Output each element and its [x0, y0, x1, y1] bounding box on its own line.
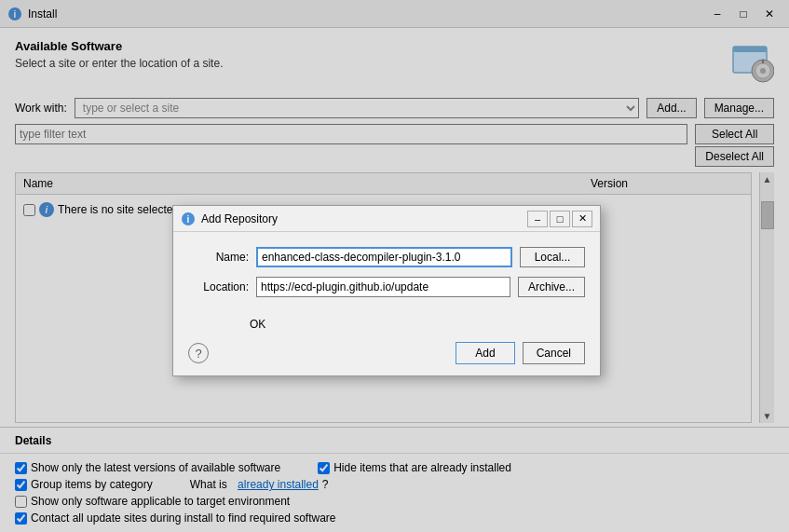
dialog-footer-buttons: Add Cancel [456, 342, 585, 364]
dialog-cancel-button[interactable]: Cancel [523, 342, 585, 364]
ok-text-row: OK [173, 314, 600, 334]
location-label: Location: [188, 280, 249, 293]
local-button[interactable]: Local... [520, 247, 585, 267]
help-icon[interactable]: ? [188, 343, 209, 363]
archive-button[interactable]: Archive... [518, 277, 585, 297]
dialog-title-controls: – □ ✕ [527, 211, 592, 227]
dialog-minimize-button[interactable]: – [527, 211, 548, 227]
dialog-close-button[interactable]: ✕ [572, 211, 592, 227]
dialog-app-icon: i [181, 211, 196, 226]
name-label: Name: [188, 251, 249, 264]
dialog-titlebar: i Add Repository – □ ✕ [173, 206, 600, 232]
location-row: Location: Archive... [188, 277, 585, 297]
ok-text: OK [250, 318, 265, 331]
dialog-body: Name: Local... Location: Archive... [173, 232, 600, 314]
dialog-maximize-button[interactable]: □ [550, 211, 570, 227]
location-input[interactable] [256, 277, 510, 297]
name-row: Name: Local... [188, 247, 585, 267]
dialog-add-button[interactable]: Add [456, 342, 514, 364]
dialog-title: Add Repository [201, 212, 527, 225]
name-input[interactable] [256, 247, 512, 267]
dialog-footer: ? Add Cancel [173, 334, 600, 375]
svg-text:i: i [187, 214, 190, 225]
add-repository-dialog: i Add Repository – □ ✕ Name: Local... Lo… [172, 205, 601, 376]
